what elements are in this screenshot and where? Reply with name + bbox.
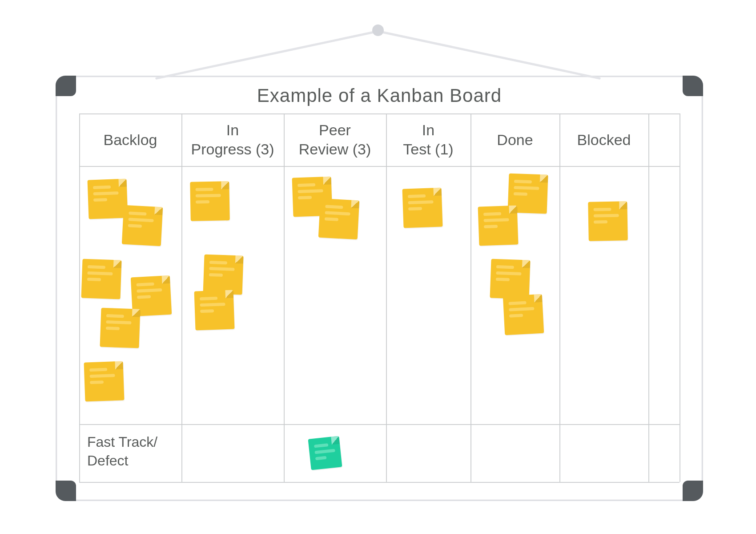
string-left bbox=[155, 29, 382, 80]
sticky-note[interactable] bbox=[308, 436, 342, 470]
nail-icon bbox=[372, 24, 384, 36]
diagram-stage: Example of a Kanban Board Backlog In Pro… bbox=[0, 0, 756, 534]
grid-v5 bbox=[559, 113, 560, 482]
grid-v7 bbox=[680, 113, 680, 482]
grid-v4 bbox=[470, 113, 471, 482]
sticky-note[interactable] bbox=[84, 361, 124, 401]
sticky-note[interactable] bbox=[194, 290, 234, 330]
sticky-note[interactable] bbox=[318, 198, 359, 239]
string-right bbox=[374, 29, 601, 80]
whiteboard: Example of a Kanban Board Backlog In Pro… bbox=[56, 76, 703, 501]
col-header-blocked: Blocked bbox=[559, 130, 648, 150]
swimlane-label: Fast Track/ Defect bbox=[87, 433, 157, 470]
col-header-peer-review: Peer Review (3) bbox=[284, 121, 386, 158]
grid-header-bottom bbox=[79, 166, 680, 167]
grid-top bbox=[79, 113, 680, 114]
board-corner-bl bbox=[56, 481, 76, 501]
grid-v1 bbox=[181, 113, 182, 482]
col-header-in-test: In Test (1) bbox=[386, 121, 470, 158]
grid-v6 bbox=[648, 113, 649, 482]
col-header-done: Done bbox=[470, 130, 559, 150]
sticky-note[interactable] bbox=[87, 178, 128, 219]
sticky-note[interactable] bbox=[503, 294, 544, 335]
sticky-note[interactable] bbox=[588, 201, 628, 241]
sticky-note[interactable] bbox=[122, 205, 163, 246]
grid-swimlane-top bbox=[79, 424, 680, 425]
sticky-note[interactable] bbox=[81, 259, 121, 299]
sticky-note[interactable] bbox=[203, 254, 243, 295]
sticky-note[interactable] bbox=[100, 307, 140, 348]
grid-bottom bbox=[79, 482, 680, 483]
board-title: Example of a Kanban Board bbox=[57, 85, 702, 106]
grid-v0 bbox=[79, 113, 80, 482]
board-corner-br bbox=[683, 481, 703, 501]
sticky-note[interactable] bbox=[490, 259, 530, 299]
col-header-backlog: Backlog bbox=[79, 130, 181, 150]
sticky-note[interactable] bbox=[402, 187, 442, 228]
sticky-note[interactable] bbox=[478, 205, 518, 246]
grid-v3 bbox=[386, 113, 387, 482]
grid-v2 bbox=[284, 113, 285, 482]
sticky-note[interactable] bbox=[190, 181, 230, 221]
col-header-in-progress: In Progress (3) bbox=[181, 121, 284, 158]
